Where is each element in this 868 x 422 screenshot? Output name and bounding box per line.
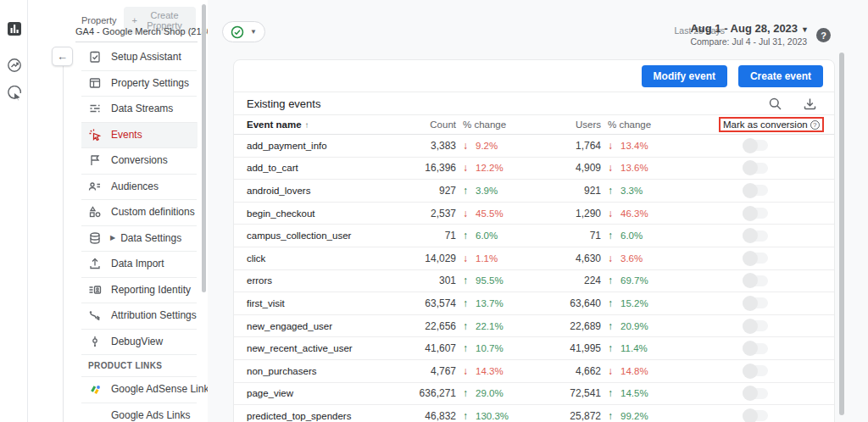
column-event-name[interactable]: Event name↑ — [234, 119, 378, 130]
page-scrollbar[interactable] — [839, 53, 844, 415]
mark-as-conversion-toggle[interactable] — [743, 365, 768, 376]
count-cell: 16,396 — [378, 162, 456, 174]
count-cell: 301 — [378, 275, 456, 286]
analytics-home-icon[interactable] — [7, 21, 22, 36]
conversion-cell — [717, 208, 835, 219]
events-table-body: add_payment_info 3,383 ↓ 9.2% 1,764 ↓ 13… — [234, 135, 834, 422]
event-name-cell: new_engaged_user — [234, 321, 378, 331]
change-percent: 69.7% — [620, 275, 648, 286]
help-tooltip-icon[interactable]: ? — [810, 120, 820, 130]
property-name[interactable]: GA4 - Google Merch Shop (213025502) — [75, 26, 198, 42]
toggle-knob — [743, 319, 758, 334]
mark-as-conversion-toggle[interactable] — [743, 163, 768, 174]
event-name-cell: add_to_cart — [234, 163, 378, 173]
sidebar-item-attribution-settings[interactable]: Attribution Settings — [81, 303, 198, 329]
product-links-header: PRODUCT LINKS — [81, 354, 198, 376]
mark-as-conversion-toggle[interactable] — [743, 140, 768, 151]
count-change-cell: ↑ 130.3% — [456, 410, 532, 422]
modify-event-button[interactable]: Modify event — [642, 65, 727, 87]
users-cell: 22,689 — [532, 320, 601, 332]
mark-as-conversion-toggle[interactable] — [743, 388, 768, 399]
change-arrow-icon: ↓ — [463, 365, 468, 377]
users-change-cell: ↑ 11.4% — [601, 342, 717, 354]
event-name-cell: new_recent_active_user — [234, 343, 378, 353]
sidebar-item-data-settings[interactable]: ▶ Data Settings — [81, 225, 198, 252]
streams-icon — [88, 102, 102, 115]
count-cell: 71 — [378, 230, 456, 242]
change-percent: 1.1% — [476, 253, 498, 264]
mark-as-conversion-toggle[interactable] — [743, 185, 768, 196]
sidebar-item-debugview[interactable]: DebugView — [81, 329, 198, 355]
sidebar-item-setup-assistant[interactable]: Setup Assistant — [81, 44, 198, 70]
plus-icon: + — [132, 15, 137, 25]
explore-icon[interactable] — [7, 58, 22, 73]
event-actions: Modify event Create event — [234, 60, 834, 92]
sidebar-item-reporting-identity[interactable]: Reporting Identity — [81, 277, 198, 303]
count-cell: 41,607 — [378, 342, 456, 354]
advertising-icon[interactable] — [7, 86, 22, 101]
count-cell: 4,767 — [378, 365, 456, 377]
users-cell: 1,764 — [532, 140, 601, 152]
mark-as-conversion-toggle[interactable] — [743, 410, 768, 421]
change-percent: 20.9% — [620, 321, 648, 331]
change-arrow-icon: ↑ — [463, 297, 468, 309]
table-row: click 14,029 ↓ 1.1% 4,630 ↓ 3.6% — [234, 247, 834, 270]
users-cell: 1,290 — [532, 208, 601, 219]
count-change-cell: ↑ 22.1% — [456, 320, 532, 332]
event-name-cell: predicted_top_spenders — [234, 411, 378, 421]
download-icon[interactable] — [803, 97, 817, 111]
column-count-change[interactable]: % change — [456, 119, 532, 130]
sidebar-item-google-ads-links[interactable]: Google Ads Links — [81, 403, 198, 422]
sidebar-item-data-streams[interactable]: Data Streams — [81, 96, 198, 122]
change-arrow-icon: ↓ — [463, 253, 468, 264]
change-percent: 9.2% — [476, 141, 498, 151]
change-percent: 14.5% — [620, 388, 648, 398]
change-percent: 13.7% — [476, 298, 504, 308]
sidebar-item-conversions[interactable]: Conversions — [81, 147, 198, 174]
create-event-button[interactable]: Create event — [738, 65, 823, 87]
users-change-cell: ↑ 99.2% — [601, 410, 717, 422]
table-row: new_recent_active_user 41,607 ↑ 10.7% 41… — [234, 337, 834, 360]
column-users-change[interactable]: % change — [601, 119, 717, 130]
sidebar-item-audiences[interactable]: Audiences — [81, 174, 198, 200]
count-cell: 2,537 — [378, 208, 456, 219]
change-arrow-icon: ↑ — [463, 275, 468, 286]
users-change-cell: ↑ 3.3% — [601, 185, 717, 197]
column-count[interactable]: Count — [378, 119, 456, 130]
mark-as-conversion-toggle[interactable] — [743, 275, 768, 286]
collapse-panel-button[interactable]: ← — [52, 47, 73, 66]
sidebar-scrollbar[interactable] — [202, 4, 206, 292]
change-arrow-icon: ↓ — [463, 140, 468, 152]
adsense-icon — [88, 382, 102, 396]
mark-as-conversion-toggle[interactable] — [743, 208, 768, 219]
change-percent: 14.8% — [620, 366, 648, 376]
sidebar-item-data-import[interactable]: Data Import — [81, 251, 198, 277]
property-label: Property — [81, 15, 117, 25]
toggle-knob — [743, 364, 758, 379]
help-button[interactable]: ? — [816, 28, 831, 42]
change-percent: 95.5% — [476, 275, 504, 286]
column-users[interactable]: Users — [532, 119, 601, 130]
change-arrow-icon: ↑ — [463, 230, 468, 242]
event-name-cell: page_view — [234, 388, 378, 398]
date-range-selector[interactable]: Aug 1 - Aug 28, 2023▼ Compare: Jul 4 - J… — [690, 22, 809, 47]
sidebar-item-google-adsense-links[interactable]: Google AdSense Links — [81, 376, 198, 403]
collection-status-button[interactable]: ▼ — [222, 21, 265, 42]
event-name-cell: add_payment_info — [234, 141, 378, 151]
search-icon[interactable] — [768, 97, 782, 111]
mark-as-conversion-toggle[interactable] — [743, 230, 768, 242]
sidebar-item-custom-definitions[interactable]: Custom definitions — [81, 199, 198, 225]
users-change-cell: ↓ 3.6% — [601, 253, 717, 264]
change-arrow-icon: ↓ — [608, 162, 613, 174]
sidebar-item-property-settings[interactable]: Property Settings — [81, 70, 198, 97]
mark-as-conversion-toggle[interactable] — [743, 343, 768, 354]
sidebar-item-events[interactable]: Events — [81, 122, 198, 148]
table-row: predicted_top_spenders 46,832 ↑ 130.3% 2… — [234, 405, 834, 422]
table-row: begin_checkout 2,537 ↓ 45.5% 1,290 ↓ 46.… — [234, 203, 834, 225]
mark-as-conversion-toggle[interactable] — [743, 253, 768, 264]
mark-as-conversion-toggle[interactable] — [743, 320, 768, 331]
change-arrow-icon: ↑ — [608, 410, 613, 422]
count-cell: 3,383 — [378, 140, 456, 152]
existing-events-toolbar: Existing events — [234, 92, 834, 115]
mark-as-conversion-toggle[interactable] — [743, 297, 768, 308]
